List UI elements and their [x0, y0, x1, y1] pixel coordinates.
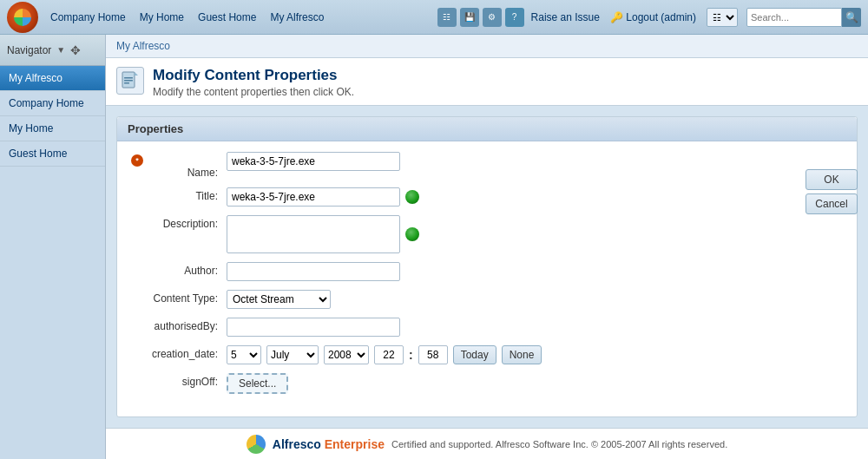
page-header-icon [116, 67, 144, 95]
sidebar: Navigator ▼ ✥ My Alfresco Company Home M… [0, 35, 106, 459]
topbar-icon-2[interactable]: 💾 [460, 8, 479, 27]
creation-date-label: creation_date: [131, 345, 227, 360]
title-input[interactable] [227, 187, 400, 207]
svg-rect-2 [124, 80, 133, 82]
month-select[interactable]: July [266, 345, 319, 364]
svg-rect-1 [124, 77, 133, 79]
description-input[interactable] [227, 215, 400, 253]
app-logo [7, 2, 38, 33]
footer-brand-enterprise: Enterprise [325, 437, 385, 451]
svg-rect-3 [124, 82, 129, 84]
footer-brand-alfresco: Alfresco [273, 437, 321, 451]
search-input[interactable] [746, 8, 842, 27]
description-field [227, 215, 843, 253]
authorised-by-row: authorisedBy: [131, 318, 843, 337]
day-select[interactable]: 5 [227, 345, 261, 364]
sign-off-label: signOff: [131, 373, 227, 388]
name-field [227, 152, 843, 171]
footer-brand: Alfresco Enterprise [273, 437, 385, 451]
content-type-select[interactable]: Octet Stream [227, 290, 331, 309]
creation-date-row: creation_date: 5 July 2008 : [131, 345, 843, 364]
title-field [227, 187, 843, 207]
ok-button[interactable]: OK [806, 169, 858, 190]
sidebar-header: Navigator ▼ ✥ [0, 35, 105, 66]
footer-logo [247, 435, 266, 454]
authorised-by-input[interactable] [227, 318, 400, 337]
name-input[interactable] [227, 152, 400, 171]
page-header-text: Modify Content Properties Modify the con… [153, 67, 354, 98]
name-row: * Name: [131, 152, 843, 179]
page-header: Modify Content Properties Modify the con… [106, 58, 868, 106]
main-layout: Navigator ▼ ✥ My Alfresco Company Home M… [0, 35, 868, 459]
topbar-icons: ☷ 💾 ⚙ ? Raise an Issue 🔑 Logout (admin) … [437, 8, 861, 27]
search-button[interactable]: 🔍 [842, 8, 861, 27]
today-button[interactable]: Today [453, 345, 496, 364]
sign-off-row: signOff: Select... [131, 373, 843, 394]
none-button[interactable]: None [502, 345, 542, 364]
sidebar-dropdown-arrow[interactable]: ▼ [56, 45, 65, 55]
view-select[interactable]: ☷ [707, 8, 738, 27]
content-type-field: Octet Stream [227, 290, 843, 309]
time-separator: : [409, 348, 413, 362]
nav-my-alfresco[interactable]: My Alfresco [265, 10, 329, 25]
author-field [227, 262, 843, 281]
form-container: Properties * Name: Title: [116, 116, 858, 417]
authorised-by-label: authorisedBy: [131, 318, 227, 332]
cancel-button[interactable]: Cancel [806, 193, 858, 214]
topbar-icon-3[interactable]: ⚙ [483, 8, 502, 27]
top-nav: Company Home My Home Guest Home My Alfre… [45, 10, 437, 25]
topbar-icon-1[interactable]: ☷ [437, 8, 457, 27]
form-body: * Name: Title: Des [117, 141, 857, 416]
action-buttons: OK Cancel [806, 169, 858, 214]
name-label: * Name: [131, 152, 227, 179]
sidebar-item-my-alfresco[interactable]: My Alfresco [0, 66, 105, 91]
sidebar-item-company-home[interactable]: Company Home [0, 91, 105, 116]
sidebar-item-guest-home[interactable]: Guest Home [0, 141, 105, 167]
sidebar-nav-label: Navigator [7, 44, 51, 56]
topbar: Company Home My Home Guest Home My Alfre… [0, 0, 868, 35]
author-input[interactable] [227, 262, 400, 281]
year-select[interactable]: 2008 [324, 345, 369, 364]
hour-input[interactable] [374, 345, 404, 364]
description-globe-icon [405, 227, 419, 241]
sign-off-field: Select... [227, 373, 843, 394]
breadcrumb: My Alfresco [106, 35, 868, 58]
form-section-header: Properties [117, 117, 857, 141]
sidebar-item-my-home[interactable]: My Home [0, 116, 105, 141]
required-icon: * [131, 154, 143, 167]
content-type-row: Content Type: Octet Stream [131, 290, 843, 309]
topbar-icon-help[interactable]: ? [505, 8, 524, 27]
creation-date-field: 5 July 2008 : Today None [227, 345, 843, 364]
logout-link[interactable]: 🔑 Logout (admin) [610, 11, 696, 23]
footer-tagline: Certified and supported. Alfresco Softwa… [391, 439, 727, 449]
globe-icon [405, 190, 419, 204]
authorised-by-field [227, 318, 843, 337]
title-row: Title: [131, 187, 843, 207]
author-row: Author: [131, 262, 843, 281]
description-label: Description: [131, 215, 227, 230]
svg-marker-4 [135, 72, 138, 75]
sidebar-icon[interactable]: ✥ [70, 43, 81, 57]
select-button[interactable]: Select... [227, 373, 288, 394]
description-row: Description: [131, 215, 843, 253]
right-panel: My Alfresco Modify Content Properties Mo… [106, 35, 868, 459]
nav-guest-home[interactable]: Guest Home [193, 10, 261, 25]
author-label: Author: [131, 262, 227, 277]
nav-my-home[interactable]: My Home [135, 10, 189, 25]
page-subtitle: Modify the content properties then click… [153, 86, 354, 98]
page-title: Modify Content Properties [153, 67, 354, 84]
footer: Alfresco Enterprise Certified and suppor… [106, 428, 868, 459]
title-label: Title: [131, 187, 227, 202]
content-type-label: Content Type: [131, 290, 227, 305]
search-wrap: 🔍 [746, 8, 861, 27]
nav-company-home[interactable]: Company Home [45, 10, 131, 25]
raise-issue-link[interactable]: Raise an Issue [531, 11, 600, 23]
minute-input[interactable] [418, 345, 448, 364]
